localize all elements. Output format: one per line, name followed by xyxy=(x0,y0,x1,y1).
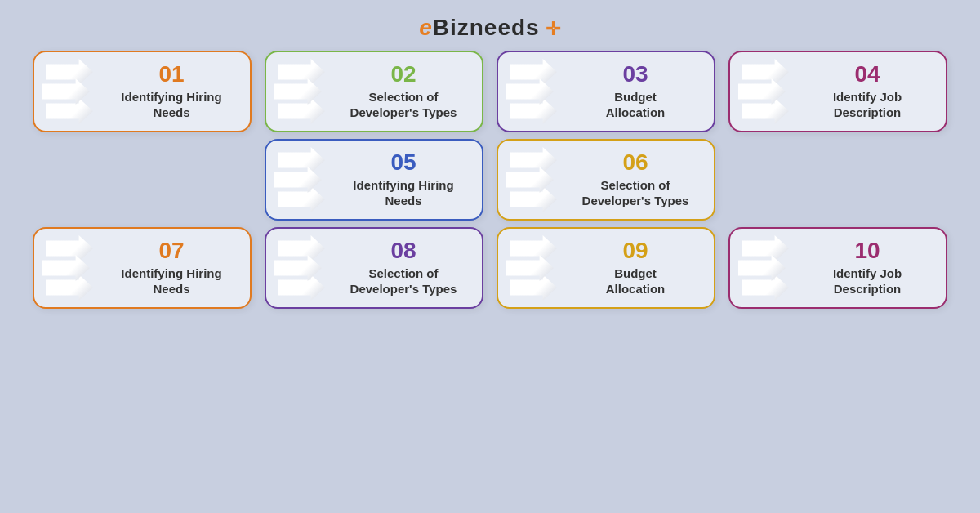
card-label-06: Selection of Developer's Types xyxy=(582,177,689,209)
arrow-cluster-05 xyxy=(274,147,332,212)
card-number-09: 09 xyxy=(620,239,651,262)
arrow-top xyxy=(742,235,789,261)
header: eBizneeds ✛ xyxy=(419,0,561,51)
card-06[interactable]: 06Selection of Developer's Types xyxy=(497,139,715,221)
arrow-cluster-09 xyxy=(506,235,564,301)
arrow-bottom xyxy=(278,186,325,212)
arrow-bottom xyxy=(46,274,93,301)
arrow-middle xyxy=(274,167,322,193)
card-number-04: 04 xyxy=(852,63,883,86)
arrow-middle xyxy=(506,78,554,105)
arrow-cluster-08 xyxy=(274,235,332,301)
arrow-bottom xyxy=(510,98,557,124)
arrow-middle xyxy=(274,78,322,105)
arrow-middle xyxy=(506,167,554,193)
card-03[interactable]: 03Budget Allocation xyxy=(497,51,715,132)
card-label-08: Selection of Developer's Types xyxy=(350,265,457,297)
logo-e: e xyxy=(419,15,433,40)
card-content-07: 07Identifying Hiring Needs xyxy=(106,239,237,297)
card-label-09: Budget Allocation xyxy=(606,265,666,297)
arrow-bottom xyxy=(278,98,325,124)
card-content-10: 10Identify Job Description xyxy=(802,239,933,297)
card-01[interactable]: 01Identifying Hiring Needs xyxy=(33,51,252,132)
card-content-05: 05Identifying Hiring Needs xyxy=(338,151,469,209)
logo-plus: ✛ xyxy=(540,19,561,39)
card-10[interactable]: 10Identify Job Description xyxy=(728,227,947,309)
logo-brand: Bizneeds xyxy=(433,15,540,40)
cards-grid: 01Identifying Hiring Needs02Selection of… xyxy=(0,51,980,315)
logo: eBizneeds ✛ xyxy=(419,15,561,41)
arrow-top xyxy=(510,235,557,261)
card-content-04: 04Identify Job Description xyxy=(802,63,933,121)
card-04[interactable]: 04Identify Job Description xyxy=(728,51,947,132)
arrow-middle xyxy=(506,255,554,281)
card-label-02: Selection of Developer's Types xyxy=(350,89,457,121)
card-label-04: Identify Job Description xyxy=(833,89,902,121)
arrow-middle xyxy=(738,255,786,281)
card-02[interactable]: 02Selection of Developer's Types xyxy=(265,51,483,132)
card-content-09: 09Budget Allocation xyxy=(570,239,701,297)
card-content-03: 03Budget Allocation xyxy=(570,63,701,121)
arrow-top xyxy=(278,147,325,173)
card-label-03: Budget Allocation xyxy=(606,89,666,121)
arrow-middle xyxy=(274,255,322,281)
arrow-cluster-02 xyxy=(274,59,332,124)
arrow-cluster-07 xyxy=(42,235,100,301)
arrow-top xyxy=(742,59,789,85)
card-number-05: 05 xyxy=(388,151,419,174)
arrow-top xyxy=(46,59,93,85)
card-content-02: 02Selection of Developer's Types xyxy=(338,63,469,121)
card-08[interactable]: 08Selection of Developer's Types xyxy=(265,227,483,309)
arrow-bottom xyxy=(510,186,557,212)
arrow-middle xyxy=(738,78,786,105)
arrow-cluster-10 xyxy=(738,235,795,301)
arrow-cluster-04 xyxy=(738,59,795,124)
card-content-06: 06Selection of Developer's Types xyxy=(570,151,701,209)
arrow-bottom xyxy=(46,98,93,124)
card-label-07: Identifying Hiring Needs xyxy=(121,265,221,297)
card-number-03: 03 xyxy=(620,63,651,86)
card-number-01: 01 xyxy=(156,63,187,86)
arrow-cluster-06 xyxy=(506,147,564,212)
arrow-top xyxy=(510,59,557,85)
card-content-08: 08Selection of Developer's Types xyxy=(338,239,469,297)
card-number-10: 10 xyxy=(852,239,883,262)
card-09[interactable]: 09Budget Allocation xyxy=(497,227,715,309)
arrow-cluster-03 xyxy=(506,59,564,124)
arrow-bottom xyxy=(510,274,557,301)
arrow-top xyxy=(278,59,325,85)
card-label-01: Identifying Hiring Needs xyxy=(121,89,221,121)
arrow-bottom xyxy=(742,98,789,124)
arrow-top xyxy=(510,147,557,173)
card-label-10: Identify Job Description xyxy=(833,265,902,297)
arrow-middle xyxy=(42,255,90,281)
arrow-top xyxy=(278,235,325,261)
card-07[interactable]: 07Identifying Hiring Needs xyxy=(33,227,252,309)
arrow-middle xyxy=(42,78,90,105)
arrow-cluster-01 xyxy=(42,59,100,124)
row-row3: 07Identifying Hiring Needs08Selection of… xyxy=(24,227,956,309)
card-number-06: 06 xyxy=(620,151,651,174)
row-row2: 05Identifying Hiring Needs06Selection of… xyxy=(24,139,956,221)
card-number-02: 02 xyxy=(388,63,419,86)
card-number-07: 07 xyxy=(156,239,187,262)
arrow-bottom xyxy=(278,274,325,301)
card-05[interactable]: 05Identifying Hiring Needs xyxy=(265,139,483,221)
card-label-05: Identifying Hiring Needs xyxy=(353,177,453,209)
card-content-01: 01Identifying Hiring Needs xyxy=(106,63,237,121)
arrow-bottom xyxy=(742,274,789,301)
arrow-top xyxy=(46,235,93,261)
card-number-08: 08 xyxy=(388,239,419,262)
row-row1: 01Identifying Hiring Needs02Selection of… xyxy=(24,51,956,132)
